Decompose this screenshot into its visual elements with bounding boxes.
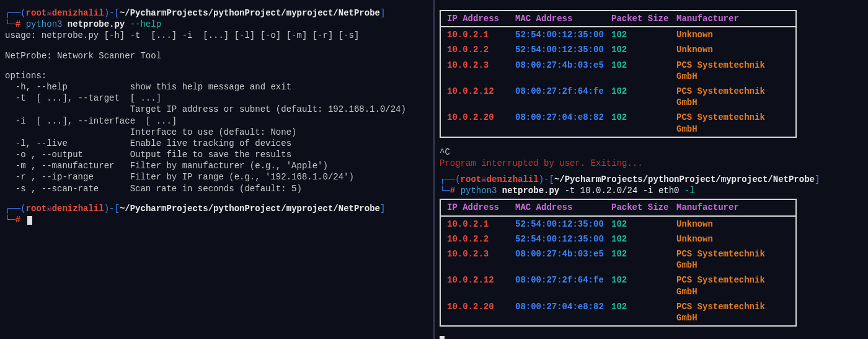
cell-mac: 08:00:27:4b:03:e5 (515, 60, 611, 82)
th-mf: Manufacturer (676, 202, 789, 213)
cell-pkt: 102 (611, 274, 676, 297)
cell-mac: 08:00:27:04:e8:82 (515, 301, 611, 323)
opt-h: -h, --help show this help message and ex… (5, 81, 428, 93)
cell-pkt: 102 (611, 29, 676, 40)
opt-l: -l, --live Enable live tracking of devic… (5, 138, 428, 149)
cell-mac: 52:54:00:12:35:00 (515, 29, 611, 40)
results-table-1: IP Address MAC Address Packet Size Manuf… (440, 10, 797, 138)
cell-ip: 10.0.2.12 (447, 86, 515, 108)
table-row: 10.0.2.2008:00:27:04:e8:82102PCS Systemt… (441, 299, 795, 325)
results-table-2: IP Address MAC Address Packet Size Manuf… (440, 199, 797, 327)
cell-mac: 08:00:27:2f:64:fe (515, 86, 611, 108)
cell-ip: 10.0.2.12 (447, 274, 515, 297)
cell-ip: 10.0.2.1 (447, 29, 515, 40)
cell-mf: Unknown (676, 219, 789, 230)
cell-pkt: 102 (611, 233, 676, 245)
options-label: options: (5, 70, 428, 81)
table-row: 10.0.2.308:00:27:4b:03:e5102PCS Systemte… (441, 58, 795, 84)
terminal-left-pane[interactable]: ┌──(root☠denizhalil)-[~/PycharmProjects/… (0, 0, 435, 339)
th-ip: IP Address (447, 202, 515, 213)
description-line: NetProbe: Network Scanner Tool (5, 50, 428, 61)
cell-mf: PCS Systemtechnik GmbH (676, 60, 789, 82)
opt-s: -s , --scan-rate Scan rate in seconds (d… (5, 183, 428, 194)
cell-mf: PCS Systemtechnik GmbH (676, 86, 789, 108)
table-header-row: IP Address MAC Address Packet Size Manuf… (441, 200, 795, 216)
cell-mf: PCS Systemtechnik GmbH (676, 274, 789, 297)
th-mac: MAC Address (515, 202, 611, 213)
cell-pkt: 102 (611, 86, 676, 108)
cell-pkt: 102 (611, 219, 676, 230)
opt-m: -m , --manufacturer Filter by manufactur… (5, 160, 428, 171)
cell-ip: 10.0.2.20 (447, 301, 515, 323)
table-row: 10.0.2.1208:00:27:2f:64:fe102PCS Systemt… (441, 273, 795, 299)
cell-mf: Unknown (676, 44, 789, 55)
table-row: 10.0.2.152:54:00:12:35:00102Unknown (441, 217, 795, 232)
opt-t1: -t [ ...], --target [ ...] (5, 93, 428, 104)
interrupt-line: Program interrupted by user. Exiting... (440, 158, 863, 169)
opt-i2: Interface to use (default: None) (5, 127, 428, 138)
table-header-row: IP Address MAC Address Packet Size Manuf… (441, 11, 795, 27)
table-row: 10.0.2.252:54:00:12:35:00102Unknown (441, 232, 795, 246)
cell-pkt: 102 (611, 44, 676, 55)
th-pkt: Packet Size (611, 202, 676, 213)
table-body-2: 10.0.2.152:54:00:12:35:00102Unknown10.0.… (441, 217, 795, 326)
table-row: 10.0.2.152:54:00:12:35:00102Unknown (441, 27, 795, 42)
cell-mf: PCS Systemtechnik GmbH (676, 248, 789, 271)
cell-ip: 10.0.2.3 (447, 60, 515, 82)
cell-ip: 10.0.2.1 (447, 219, 515, 230)
terminal-right-pane[interactable]: IP Address MAC Address Packet Size Manuf… (435, 0, 868, 339)
opt-r: -r , --ip-range Filter by IP range (e.g.… (5, 171, 428, 183)
command-line-help: └─# python3 netprobe.py --help (5, 19, 428, 30)
th-mac: MAC Address (515, 13, 611, 24)
cell-mf: Unknown (676, 29, 789, 40)
ctrl-c-line: ^C (440, 147, 863, 158)
cell-mac: 52:54:00:12:35:00 (515, 44, 611, 55)
usage-line: usage: netprobe.py [-h] -t [...] -i [...… (5, 30, 428, 41)
table-row: 10.0.2.1208:00:27:2f:64:fe102PCS Systemt… (441, 84, 795, 110)
cell-mf: PCS Systemtechnik GmbH (676, 112, 789, 134)
command-line-idle[interactable]: └─# (5, 214, 428, 225)
cell-mac: 08:00:27:04:e8:82 (515, 112, 611, 134)
cell-ip: 10.0.2.20 (447, 112, 515, 134)
cell-pkt: 102 (611, 248, 676, 271)
prompt-line-1: ┌──(root☠denizhalil)-[~/PycharmProjects/… (5, 7, 428, 19)
cell-mac: 52:54:00:12:35:00 (515, 219, 611, 230)
table-row: 10.0.2.252:54:00:12:35:00102Unknown (441, 42, 795, 57)
table-row: 10.0.2.308:00:27:4b:03:e5102PCS Systemte… (441, 246, 795, 273)
cell-mac: 08:00:27:2f:64:fe (515, 274, 611, 297)
command-line-live: └─# python3 netprobe.py -t 10.0.2.0/24 -… (440, 185, 863, 196)
prompt-line-2: ┌──(root☠denizhalil)-[~/PycharmProjects/… (5, 203, 428, 214)
cell-ip: 10.0.2.2 (447, 233, 515, 245)
opt-i1: -i [ ...], --interface [ ...] (5, 115, 428, 127)
cell-ip: 10.0.2.2 (447, 44, 515, 55)
cursor-icon (440, 336, 445, 339)
opt-t2: Target IP address or subnet (default: 19… (5, 104, 428, 115)
th-mf: Manufacturer (676, 13, 789, 24)
cell-mf: Unknown (676, 233, 789, 245)
cell-mac: 52:54:00:12:35:00 (515, 233, 611, 245)
opt-o: -o , --output Output file to save the re… (5, 149, 428, 160)
cell-pkt: 102 (611, 112, 676, 134)
th-ip: IP Address (447, 13, 515, 24)
table-body-1: 10.0.2.152:54:00:12:35:00102Unknown10.0.… (441, 27, 795, 137)
cell-pkt: 102 (611, 60, 676, 82)
prompt-line-3: ┌──(root☠denizhalil)-[~/PycharmProjects/… (440, 174, 863, 185)
cursor-icon (27, 216, 32, 225)
cell-ip: 10.0.2.3 (447, 248, 515, 271)
cell-pkt: 102 (611, 301, 676, 323)
cell-mf: PCS Systemtechnik GmbH (676, 301, 789, 323)
cell-mac: 08:00:27:4b:03:e5 (515, 248, 611, 271)
th-pkt: Packet Size (611, 13, 676, 24)
table-row: 10.0.2.2008:00:27:04:e8:82102PCS Systemt… (441, 110, 795, 136)
